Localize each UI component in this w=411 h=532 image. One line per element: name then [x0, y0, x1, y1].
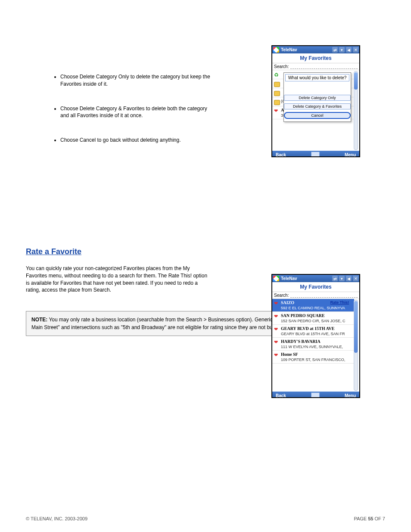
list-item[interactable]: GEARY BLVD at 15TH AVE GEARY BLVD at 15T…: [272, 325, 354, 338]
close-icon[interactable]: ✕: [353, 276, 358, 281]
folder-icon: [274, 90, 279, 96]
bullet-list: Choose Delete Category Only to delete th…: [60, 73, 211, 144]
favorite-name: GEARY BLVD at 15TH AVE: [281, 326, 334, 331]
windows-flag-icon: [273, 47, 279, 53]
list-item[interactable]: HARDY'S BAVARIA 111 W EVELYN AVE, SUNNYV…: [272, 338, 354, 351]
bullet-item: Choose Cancel to go back without deletin…: [60, 137, 211, 144]
delete-category-only-button[interactable]: Delete Category Only: [284, 95, 351, 101]
copyright: © TELENAV, INC. 2003-2009: [26, 516, 87, 521]
favorite-name: Home SF: [281, 352, 298, 357]
search-input[interactable]: [290, 293, 358, 298]
folder-icon: [274, 81, 279, 87]
volume-icon[interactable]: ◀: [346, 47, 352, 53]
heart-icon: [274, 314, 279, 319]
favorite-address: 152 SAN PEDRO CIR, SAN JOSE, C: [281, 319, 346, 323]
delete-category-and-favorites-button[interactable]: Delete Category & Favorites: [284, 103, 351, 109]
windows-flag-icon: [273, 276, 279, 281]
folder-icon: [274, 100, 279, 105]
search-row: Search:: [272, 292, 359, 299]
signal-icon[interactable]: ▾: [339, 276, 345, 281]
heart-icon: [274, 109, 279, 114]
favorite-address: 592 E EL CAMINO REAL, SUNNYVA: [281, 306, 345, 310]
list-area: SAIZO Rate This! 592 E EL CAMINO REAL, S…: [272, 299, 359, 392]
search-input[interactable]: [290, 64, 358, 69]
volume-icon[interactable]: ◀: [346, 276, 352, 281]
favorite-name: SAIZO: [281, 300, 294, 305]
bullet-item: Choose Delete Category & Favorites to de…: [60, 105, 211, 120]
scroll-thumb[interactable]: [354, 301, 358, 353]
recycle-icon: [274, 72, 279, 78]
page-number: PAGE 55 OF 7: [354, 516, 385, 521]
search-row: Search:: [272, 63, 359, 70]
menu-button[interactable]: Menu: [345, 152, 356, 157]
connectivity-icon[interactable]: ⇄: [332, 276, 338, 281]
menu-button[interactable]: Menu: [345, 393, 356, 398]
back-button[interactable]: Back: [276, 152, 286, 157]
bottom-bar: Back Menu: [272, 151, 359, 157]
close-icon[interactable]: ✕: [353, 47, 358, 53]
list-area: (6 Favorites) A PIECE OF CAKE Rate This!…: [272, 70, 359, 151]
titlebar-icons: ⇄ ▾ ◀ ✕: [332, 276, 358, 281]
phone-screenshot-delete-dialog: TeleNav ⇄ ▾ ◀ ✕ My Favorites Search:: [271, 45, 360, 157]
scroll-thumb[interactable]: [354, 72, 358, 90]
page-title: My Favorites: [272, 53, 359, 63]
page-title: My Favorites: [272, 282, 359, 292]
back-button[interactable]: Back: [276, 393, 286, 398]
heart-icon: [274, 340, 279, 345]
favorite-name: SAN PEDRO SQUARE: [281, 313, 325, 318]
bullet-item: Choose Delete Category Only to delete th…: [60, 73, 211, 88]
signal-icon[interactable]: ▾: [339, 47, 345, 53]
rate-this-link[interactable]: Rate This!: [330, 300, 349, 305]
favorite-address: GEARY BLVD at 15TH AVE, SAN FR: [281, 332, 345, 336]
keyboard-icon[interactable]: [311, 152, 320, 157]
scrollbar[interactable]: [354, 300, 358, 391]
list-item[interactable]: SAN PEDRO SQUARE 152 SAN PEDRO CIR, SAN …: [272, 312, 354, 325]
titlebar: TeleNav ⇄ ▾ ◀ ✕: [272, 275, 359, 282]
list-item[interactable]: Home SF 109 PORTER ST, SAN FRANCISCO,: [272, 351, 354, 364]
app-title: TeleNav: [281, 47, 330, 52]
keyboard-icon[interactable]: [311, 392, 320, 398]
section-heading: Rate a Favorite: [26, 247, 211, 256]
titlebar-icons: ⇄ ▾ ◀ ✕: [332, 47, 358, 53]
heart-icon: [274, 301, 279, 306]
favorite-address: 111 W EVELYN AVE, SUNNYVALE,: [281, 345, 343, 349]
scrollbar[interactable]: [354, 71, 358, 150]
heart-icon: [274, 327, 279, 332]
main-text-column: Choose Delete Category Only to delete th…: [26, 73, 211, 294]
note-label: NOTE:: [31, 317, 47, 323]
bottom-bar: Back Menu: [272, 392, 359, 398]
heart-icon: [274, 353, 279, 358]
page-footer: © TELENAV, INC. 2003-2009 PAGE 55 OF 7: [26, 516, 385, 521]
favorite-name: HARDY'S BAVARIA: [281, 339, 321, 344]
cancel-button[interactable]: Cancel: [284, 112, 351, 119]
favorite-address: 109 PORTER ST, SAN FRANCISCO,: [281, 358, 345, 362]
phone-screenshot-favorites-list: TeleNav ⇄ ▾ ◀ ✕ My Favorites Search: SAI…: [271, 274, 360, 398]
titlebar: TeleNav ⇄ ▾ ◀ ✕: [272, 46, 359, 53]
app-title: TeleNav: [281, 276, 330, 281]
rate-paragraph: You can quickly rate your non-categorize…: [26, 265, 211, 294]
connectivity-icon[interactable]: ⇄: [332, 47, 338, 53]
dialog-question: What would you like to delete?: [285, 74, 349, 81]
search-label: Search:: [274, 64, 289, 69]
delete-dialog: What would you like to delete? Delete Ca…: [283, 72, 351, 122]
list-item[interactable]: SAIZO Rate This! 592 E EL CAMINO REAL, S…: [272, 299, 354, 312]
search-label: Search:: [274, 293, 289, 298]
